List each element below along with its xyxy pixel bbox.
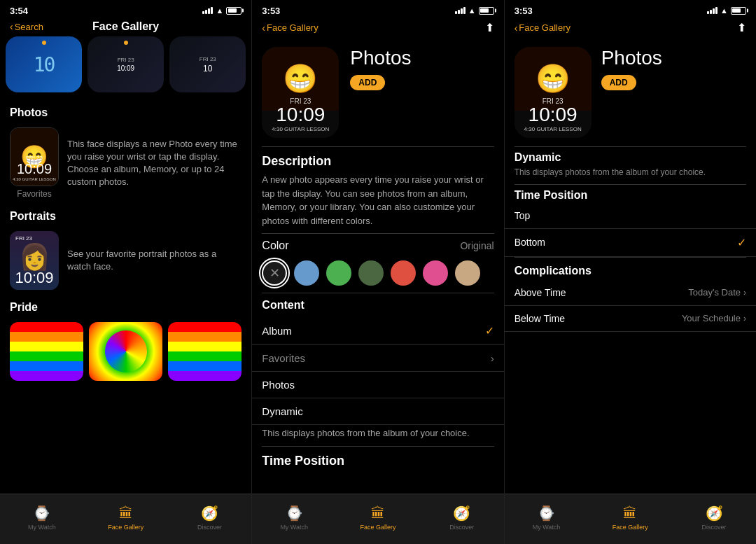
time-3: 3:53 xyxy=(514,6,533,16)
hero-time-2: 10:09 xyxy=(276,105,325,125)
hero-watch-3[interactable]: 😁 FRI 23 10:09 4:30 GUITAR LESSON xyxy=(514,47,592,138)
time-pos-top[interactable]: Top xyxy=(505,203,756,229)
face-gallery-icon-3: 🏛 xyxy=(623,505,637,522)
add-button-3[interactable]: ADD xyxy=(601,75,636,90)
pride-face-3[interactable] xyxy=(168,322,241,381)
portrait-time: 10:09 xyxy=(15,269,53,287)
face-gallery-label-2: Face Gallery xyxy=(360,524,396,531)
hero-watch-2[interactable]: 😁 FRI 23 10:09 4:30 GUITAR LESSON xyxy=(262,47,339,138)
nav-back-3[interactable]: ‹ Face Gallery xyxy=(514,22,570,34)
tab-bar-3: ⌚ My Watch 🏛 Face Gallery 🧭 Discover xyxy=(505,494,756,544)
section-pride: Pride xyxy=(0,295,251,316)
portraits-face-thumb: FRI 23 👩 10:09 xyxy=(10,231,59,290)
tab-my-watch-1[interactable]: ⌚ My Watch xyxy=(0,505,84,531)
my-watch-icon-1: ⌚ xyxy=(33,505,50,522)
swatch-blue[interactable] xyxy=(294,260,319,286)
nav-bar-1: ‹ Search Face Gallery xyxy=(0,20,251,36)
watch-thumb-1[interactable]: 10 xyxy=(6,36,82,92)
swatch-darkgreen[interactable] xyxy=(358,260,384,286)
photos-face-desc: This face displays a new Photo every tim… xyxy=(67,138,241,189)
photos-face-thumb: 😁 FRI 23 10:09 4:30 GUITAR LESSON xyxy=(10,127,59,186)
swatch-green[interactable] xyxy=(326,260,351,286)
face-comp-1: 4:30 GUITAR LESSON xyxy=(13,177,56,181)
status-bar-2: 3:53 ▲ xyxy=(252,0,503,20)
panel-face-gallery: 3:54 ▲ ‹ Search Face Gallery 10 xyxy=(0,0,252,544)
status-icons-1: ▲ xyxy=(202,6,241,15)
list-row-photos[interactable]: Photos xyxy=(252,372,503,398)
checkmark-bottom: ✓ xyxy=(737,236,746,249)
face-gallery-icon-1: 🏛 xyxy=(119,505,133,522)
face-gallery-label-3: Face Gallery xyxy=(612,524,648,531)
swatch-original[interactable]: ✕ xyxy=(262,260,287,286)
pride-face-1[interactable] xyxy=(10,322,83,381)
color-value-2: Original xyxy=(460,240,493,251)
page-title-1: Face Gallery xyxy=(92,20,159,33)
nav-back-1[interactable]: ‹ Search xyxy=(10,21,43,32)
content-title-2: Content xyxy=(262,299,304,311)
status-icons-2: ▲ xyxy=(455,6,494,15)
chevron-favorites: › xyxy=(491,353,494,364)
share-button-2[interactable]: ⬆ xyxy=(485,21,494,34)
comp-below-time[interactable]: Below Time Your Schedule › xyxy=(505,306,756,332)
swatch-tan[interactable] xyxy=(455,260,480,286)
discover-label-3: Discover xyxy=(702,524,727,531)
status-bar-3: 3:53 ▲ xyxy=(505,0,756,20)
chevron-above-time: › xyxy=(743,288,746,298)
watch-thumb-2[interactable]: FRI 23 10:09 xyxy=(88,36,164,92)
section-photos: Photos xyxy=(0,101,251,122)
my-watch-label-1: My Watch xyxy=(28,524,56,531)
swatch-pink[interactable] xyxy=(423,260,448,286)
tab-my-watch-3[interactable]: ⌚ My Watch xyxy=(505,505,589,531)
tab-face-gallery-3[interactable]: 🏛 Face Gallery xyxy=(588,505,672,531)
hero-comp-2: 4:30 GUITAR LESSON xyxy=(272,126,329,132)
watch-thumb-row: 10 FRI 23 10:09 FRI 23 10 xyxy=(0,36,251,101)
section-portraits: Portraits xyxy=(0,204,251,225)
content-section-2: Content xyxy=(252,293,503,317)
hero-title-2: Photos xyxy=(350,47,411,69)
hero-info-2: Photos ADD xyxy=(350,47,411,90)
tab-face-gallery-2[interactable]: 🏛 Face Gallery xyxy=(336,505,420,531)
pride-face-2[interactable] xyxy=(89,322,162,381)
tab-discover-2[interactable]: 🧭 Discover xyxy=(420,505,504,531)
list-row-favorites[interactable]: Favorites › xyxy=(252,345,503,372)
signal-icon-3 xyxy=(707,7,718,14)
comp-above-time[interactable]: Above Time Today's Date › xyxy=(505,280,756,306)
tab-bar-2: ⌚ My Watch 🏛 Face Gallery 🧭 Discover xyxy=(252,494,503,544)
checkmark-album: ✓ xyxy=(485,324,494,337)
list-row-dynamic[interactable]: Dynamic xyxy=(252,398,503,425)
my-watch-label-3: My Watch xyxy=(533,524,561,531)
nav-bar-2: ‹ Face Gallery ⬆ xyxy=(252,20,503,39)
time-pos-bottom[interactable]: Bottom ✓ xyxy=(505,229,756,257)
photos-list-item[interactable]: 😁 FRI 23 10:09 4:30 GUITAR LESSON Favori… xyxy=(0,122,251,204)
time-pos-title-2: Time Position xyxy=(252,447,503,471)
swatch-red[interactable] xyxy=(391,260,416,286)
time-2: 3:53 xyxy=(262,6,280,16)
panel-photos-detail: 3:53 ▲ ‹ Face Gallery ⬆ xyxy=(252,0,504,544)
nav-back-2[interactable]: ‹ Face Gallery xyxy=(262,22,318,34)
tab-discover-1[interactable]: 🧭 Discover xyxy=(168,505,252,531)
my-watch-icon-3: ⌚ xyxy=(538,505,555,522)
hero-info-3: Photos ADD xyxy=(601,47,662,90)
list-row-album[interactable]: Album ✓ xyxy=(252,317,503,345)
status-icons-3: ▲ xyxy=(707,6,746,15)
add-button-2[interactable]: ADD xyxy=(350,75,385,90)
watch-thumb-3[interactable]: FRI 23 10 xyxy=(169,36,246,92)
tab-discover-3[interactable]: 🧭 Discover xyxy=(672,505,756,531)
battery-icon-1 xyxy=(226,7,241,15)
photos-hero-3: 😁 FRI 23 10:09 4:30 GUITAR LESSON Photos… xyxy=(505,41,756,146)
color-swatches-2: ✕ xyxy=(252,258,503,293)
tab-bar-1: ⌚ My Watch 🏛 Face Gallery 🧭 Discover xyxy=(0,494,251,544)
tab-my-watch-2[interactable]: ⌚ My Watch xyxy=(252,505,336,531)
photos-hero: 😁 FRI 23 10:09 4:30 GUITAR LESSON Photos… xyxy=(252,41,503,146)
tab-face-gallery-1[interactable]: 🏛 Face Gallery xyxy=(84,505,168,531)
my-watch-icon-2: ⌚ xyxy=(286,505,303,522)
battery-icon-3 xyxy=(731,7,746,15)
portraits-list-item[interactable]: FRI 23 👩 10:09 See your favorite portrai… xyxy=(0,225,251,295)
nav-bar-3: ‹ Face Gallery ⬆ xyxy=(505,20,756,39)
share-button-3[interactable]: ⬆ xyxy=(737,21,746,34)
status-bar-1: 3:54 ▲ xyxy=(0,0,251,20)
face-time-1: 10:09 xyxy=(17,162,52,176)
my-watch-label-2: My Watch xyxy=(280,524,308,531)
discover-label-1: Discover xyxy=(197,524,222,531)
signal-icon-2 xyxy=(455,7,465,14)
